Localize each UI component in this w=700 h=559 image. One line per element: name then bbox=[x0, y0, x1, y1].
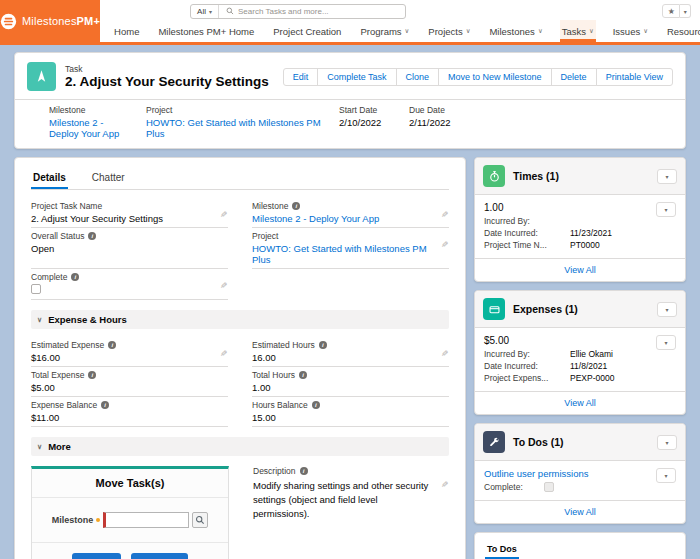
times-card: Times (1) ▾ 1.00 Incurred By: Date Incur… bbox=[474, 157, 686, 282]
search-scope-dropdown[interactable]: All ▾ bbox=[191, 5, 219, 18]
nav-project-creation[interactable]: Project Creation bbox=[271, 20, 343, 42]
favorites-caret-icon[interactable]: ▾ bbox=[680, 4, 691, 18]
todos-view-all-link[interactable]: View All bbox=[564, 507, 595, 517]
todos-card-menu-caret-icon[interactable]: ▾ bbox=[657, 435, 677, 450]
expenses-card-title: Expenses (1) bbox=[513, 303, 578, 315]
nav-projects[interactable]: Projects∨ bbox=[426, 20, 472, 42]
todo-complete-checkbox[interactable] bbox=[544, 482, 554, 492]
nav-milestones[interactable]: Milestones∨ bbox=[487, 20, 544, 42]
field-label: Expense Balance bbox=[31, 400, 97, 410]
nav-milestones-pm-home[interactable]: Milestones PM+ Home bbox=[156, 20, 256, 42]
info-icon[interactable]: i bbox=[299, 371, 307, 379]
field-description: Descriptioni Modify sharing settings and… bbox=[253, 466, 449, 559]
field-project-task-name: Project Task Name 2. Adjust Your Securit… bbox=[31, 198, 228, 228]
app-logo[interactable]: MilestonesPM+ bbox=[0, 0, 100, 42]
nav-programs[interactable]: Programs∨ bbox=[358, 20, 411, 42]
complete-checkbox[interactable] bbox=[31, 284, 41, 294]
row-label: Date Incurred: bbox=[484, 361, 570, 371]
nav-tasks[interactable]: Tasks∨ bbox=[560, 20, 596, 42]
description-value: Modify sharing settings and other securi… bbox=[253, 479, 435, 520]
todo-record-link[interactable]: Outline user permissions bbox=[484, 468, 589, 479]
project-link[interactable]: HOWTO: Get Started with Milestones PM Pl… bbox=[146, 117, 321, 139]
edit-pencil-icon[interactable]: ✎ bbox=[220, 349, 228, 359]
field-project: Project HOWTO: Get Started with Mileston… bbox=[252, 228, 449, 269]
nav-home[interactable]: Home bbox=[112, 20, 141, 42]
field-value: $11.00 bbox=[31, 412, 214, 423]
printable-view-button[interactable]: Printable View bbox=[596, 68, 673, 86]
edit-button[interactable]: Edit bbox=[283, 68, 319, 86]
section-expense-hours[interactable]: ∨ Expense & Hours bbox=[31, 310, 449, 329]
field-value: $5.00 bbox=[31, 382, 214, 393]
chevron-down-icon: ∨ bbox=[466, 27, 471, 35]
nav-resource-allocation[interactable]: Resource Allocation bbox=[665, 20, 700, 42]
start-date-value: 2/10/2022 bbox=[339, 117, 397, 128]
info-icon[interactable]: i bbox=[292, 202, 300, 210]
cancel-button[interactable]: Cancel bbox=[131, 553, 188, 559]
milestone-link[interactable]: Milestone 2 - Deploy Your App bbox=[49, 117, 119, 139]
complete-task-button[interactable]: Complete Task bbox=[317, 68, 396, 86]
field-complete: Completei ✎ bbox=[31, 269, 228, 300]
tab-chatter[interactable]: Chatter bbox=[90, 168, 127, 189]
milestone-field-link[interactable]: Milestone 2 - Deploy Your App bbox=[252, 213, 379, 224]
search-input[interactable] bbox=[238, 7, 405, 16]
info-icon[interactable]: i bbox=[71, 273, 79, 281]
row-label: Date Incurred: bbox=[484, 228, 570, 238]
edit-pencil-icon[interactable]: ✎ bbox=[220, 210, 228, 220]
info-icon[interactable]: i bbox=[88, 371, 96, 379]
lookup-icon[interactable] bbox=[192, 512, 208, 528]
favorites-star-icon[interactable]: ★ bbox=[662, 4, 680, 18]
page-body: Task 2. Adjust Your Security Settings Ed… bbox=[0, 45, 700, 559]
time-record-link[interactable]: PT0000 bbox=[570, 240, 600, 250]
times-card-menu-caret-icon[interactable]: ▾ bbox=[657, 169, 677, 184]
info-icon[interactable]: i bbox=[101, 401, 109, 409]
expenses-card-menu-caret-icon[interactable]: ▾ bbox=[657, 302, 677, 317]
section-label: Expense & Hours bbox=[48, 314, 127, 325]
info-icon[interactable]: i bbox=[312, 401, 320, 409]
milestones-logo-icon bbox=[0, 13, 17, 30]
expense-record-link[interactable]: PEXP-0000 bbox=[570, 373, 614, 383]
main-navigation: Home Milestones PM+ Home Project Creatio… bbox=[100, 20, 700, 42]
times-view-all-link[interactable]: View All bbox=[564, 265, 595, 275]
project-field-link[interactable]: HOWTO: Get Started with Milestones PM Pl… bbox=[252, 243, 427, 265]
edit-pencil-icon[interactable]: ✎ bbox=[441, 480, 449, 490]
milestone-lookup-input[interactable] bbox=[103, 512, 189, 528]
row-label: Project Expens... bbox=[484, 373, 570, 383]
save-button[interactable]: Save bbox=[72, 553, 120, 559]
field-estimated-expense: Estimated Expensei $16.00 ✎ bbox=[31, 337, 228, 367]
search-scope-label: All bbox=[197, 7, 206, 16]
caret-down-icon: ▾ bbox=[209, 8, 212, 15]
edit-pencil-icon[interactable]: ✎ bbox=[441, 210, 449, 220]
move-tasks-title: Move Task(s) bbox=[32, 469, 228, 498]
row-value: 11/8/2021 bbox=[570, 361, 607, 371]
field-label: Complete bbox=[31, 272, 67, 282]
field-label: Project Task Name bbox=[31, 201, 102, 211]
row-value: 11/23/2021 bbox=[570, 228, 612, 238]
clone-button[interactable]: Clone bbox=[396, 68, 440, 86]
edit-pencil-icon[interactable]: ✎ bbox=[441, 240, 449, 250]
move-to-new-milestone-button[interactable]: Move to New Milestone bbox=[438, 68, 552, 86]
incurred-by-link[interactable]: Ellie Okami bbox=[570, 349, 613, 359]
required-indicator bbox=[96, 518, 100, 522]
expense-row-menu-caret-icon[interactable]: ▾ bbox=[656, 335, 676, 350]
field-value: $16.00 bbox=[31, 352, 214, 363]
field-milestone: Milestonei Milestone 2 - Deploy Your App… bbox=[252, 198, 449, 228]
nav-issues[interactable]: Issues∨ bbox=[611, 20, 650, 42]
expenses-card: Expenses (1) ▾ $5.00 Incurred By:Ellie O… bbox=[474, 290, 686, 415]
delete-button[interactable]: Delete bbox=[551, 68, 597, 86]
expenses-view-all-link[interactable]: View All bbox=[564, 398, 595, 408]
detail-fields: Project Task Name 2. Adjust Your Securit… bbox=[31, 198, 449, 300]
edit-pencil-icon[interactable]: ✎ bbox=[441, 349, 449, 359]
info-icon[interactable]: i bbox=[300, 467, 308, 475]
info-icon[interactable]: i bbox=[319, 341, 327, 349]
field-total-hours: Total Hoursi 1.00 bbox=[252, 367, 449, 397]
info-icon[interactable]: i bbox=[88, 232, 96, 240]
edit-pencil-icon[interactable]: ✎ bbox=[220, 281, 228, 291]
tab-details[interactable]: Details bbox=[31, 168, 68, 189]
highlight-label: Milestone bbox=[49, 105, 134, 115]
info-icon[interactable]: i bbox=[108, 341, 116, 349]
time-row-menu-caret-icon[interactable]: ▾ bbox=[656, 202, 676, 217]
todo-widget-tab[interactable]: To Dos bbox=[485, 542, 519, 559]
highlight-label: Start Date bbox=[339, 105, 397, 115]
section-more[interactable]: ∨ More bbox=[31, 437, 449, 456]
todo-row-menu-caret-icon[interactable]: ▾ bbox=[656, 468, 676, 483]
